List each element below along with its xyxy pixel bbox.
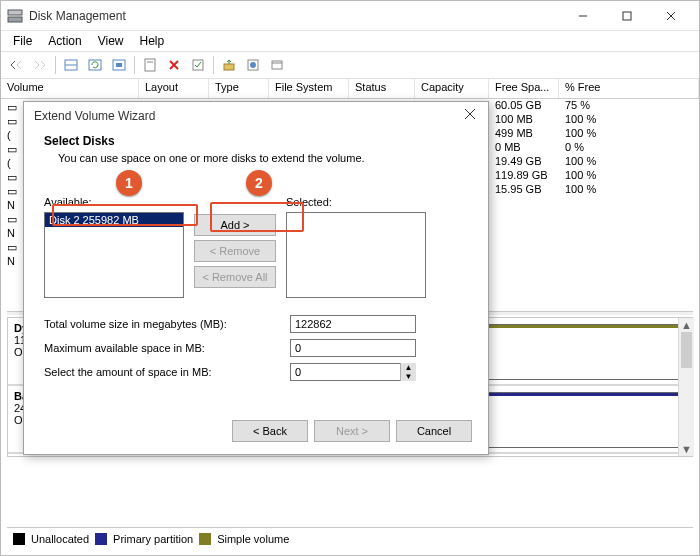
svg-rect-11 <box>145 59 155 71</box>
nav-back-icon[interactable] <box>5 54 27 76</box>
remove-button[interactable]: < Remove <box>194 240 276 262</box>
max-space-field <box>290 339 416 357</box>
next-button[interactable]: Next > <box>314 420 390 442</box>
close-button[interactable] <box>649 2 693 30</box>
total-size-field <box>290 315 416 333</box>
scrollbar[interactable]: ▲ ▼ <box>678 318 694 456</box>
toolbar <box>1 51 699 79</box>
svg-rect-1 <box>8 10 22 15</box>
window-titlebar: Disk Management <box>1 1 699 31</box>
legend-label: Simple volume <box>217 533 289 545</box>
svg-rect-10 <box>116 63 122 67</box>
svg-rect-16 <box>224 64 234 70</box>
callout-badge-1: 1 <box>116 170 142 196</box>
volume-row-icons: ▭▭ (▭ (▭ ▭ N▭ N▭ N <box>7 100 23 268</box>
svg-rect-19 <box>272 61 282 69</box>
swatch-primary <box>95 533 107 545</box>
legend-label: Unallocated <box>31 533 89 545</box>
scroll-down-icon[interactable]: ▼ <box>679 442 694 456</box>
highlight-available <box>52 204 198 226</box>
menu-view[interactable]: View <box>90 32 132 50</box>
disk-mgmt-icon <box>7 8 23 24</box>
window-title: Disk Management <box>29 9 561 23</box>
cancel-button[interactable]: Cancel <box>396 420 472 442</box>
max-space-label: Maximum available space in MB: <box>44 342 290 354</box>
svg-rect-3 <box>623 12 631 20</box>
callout-badge-2: 2 <box>246 170 272 196</box>
menu-help[interactable]: Help <box>132 32 173 50</box>
col-type[interactable]: Type <box>209 79 269 98</box>
volume-table-header: Volume Layout Type File System Status Ca… <box>1 79 699 99</box>
minimize-button[interactable] <box>561 2 605 30</box>
action1-icon[interactable] <box>218 54 240 76</box>
extend-volume-wizard-dialog: Extend Volume Wizard Select Disks You ca… <box>23 101 489 455</box>
legend: Unallocated Primary partition Simple vol… <box>7 527 693 549</box>
svg-rect-0 <box>8 17 22 22</box>
select-space-input[interactable] <box>290 363 416 381</box>
col-status[interactable]: Status <box>349 79 415 98</box>
dialog-heading: Select Disks <box>44 134 468 148</box>
col-filesystem[interactable]: File System <box>269 79 349 98</box>
swatch-unallocated <box>13 533 25 545</box>
action3-icon[interactable] <box>266 54 288 76</box>
col-capacity[interactable]: Capacity <box>415 79 489 98</box>
settings-icon[interactable] <box>108 54 130 76</box>
dialog-close-icon[interactable] <box>464 108 480 124</box>
selected-disks-listbox[interactable] <box>286 212 426 298</box>
total-size-label: Total volume size in megabytes (MB): <box>44 318 290 330</box>
properties-icon[interactable] <box>139 54 161 76</box>
swatch-simple <box>199 533 211 545</box>
scroll-up-icon[interactable]: ▲ <box>679 318 694 332</box>
col-layout[interactable]: Layout <box>139 79 209 98</box>
refresh-icon[interactable] <box>84 54 106 76</box>
dialog-subheading: You can use space on one or more disks t… <box>44 152 468 164</box>
delete-icon[interactable] <box>163 54 185 76</box>
menu-bar: File Action View Help <box>1 31 699 51</box>
scroll-thumb[interactable] <box>681 332 692 368</box>
svg-point-18 <box>250 62 256 68</box>
col-free-space[interactable]: Free Spa... <box>489 79 559 98</box>
action2-icon[interactable] <box>242 54 264 76</box>
nav-fwd-icon[interactable] <box>29 54 51 76</box>
menu-file[interactable]: File <box>5 32 40 50</box>
col-volume[interactable]: Volume <box>1 79 139 98</box>
spin-down-icon[interactable]: ▼ <box>401 372 416 381</box>
legend-label: Primary partition <box>113 533 193 545</box>
col-pct-free[interactable]: % Free <box>559 79 699 98</box>
spin-up-icon[interactable]: ▲ <box>401 363 416 372</box>
maximize-button[interactable] <box>605 2 649 30</box>
back-button[interactable]: < Back <box>232 420 308 442</box>
view-panes-icon[interactable] <box>60 54 82 76</box>
remove-all-button[interactable]: < Remove All <box>194 266 276 288</box>
select-space-label: Select the amount of space in MB: <box>44 366 290 378</box>
highlight-add <box>210 202 304 232</box>
selected-label: Selected: <box>286 196 426 208</box>
checklist-icon[interactable] <box>187 54 209 76</box>
dialog-title: Extend Volume Wizard <box>24 102 488 130</box>
menu-action[interactable]: Action <box>40 32 89 50</box>
